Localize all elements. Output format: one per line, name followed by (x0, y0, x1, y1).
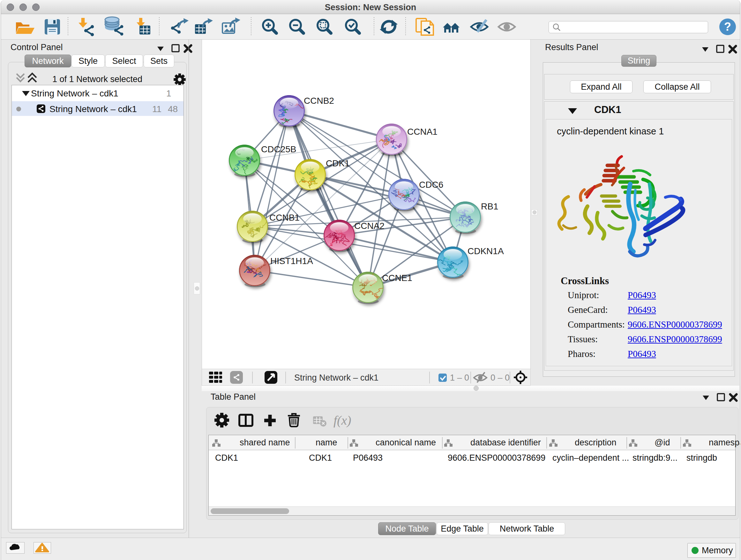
svg-text:HIST1H1A: HIST1H1A (270, 256, 313, 266)
svg-text:?: ? (724, 20, 731, 33)
svg-text:0 – 0: 0 – 0 (490, 373, 510, 382)
svg-text:f(x): f(x) (333, 413, 351, 428)
svg-text:RB1: RB1 (481, 201, 498, 211)
svg-text:CDC6: CDC6 (419, 180, 443, 190)
svg-text:1 – 0: 1 – 0 (450, 373, 469, 382)
svg-text:CCNA1: CCNA1 (407, 127, 437, 137)
svg-text:CCNB2: CCNB2 (304, 96, 334, 106)
svg-text:CCNE1: CCNE1 (382, 273, 412, 283)
svg-text:String Network – cdk1: String Network – cdk1 (294, 373, 379, 382)
svg-text:CDC25B: CDC25B (261, 144, 296, 154)
svg-text:CDKN1A: CDKN1A (468, 246, 504, 256)
svg-text:CDK1: CDK1 (326, 159, 350, 168)
svg-text:CCNA2: CCNA2 (354, 221, 385, 231)
svg-text:CCNB1: CCNB1 (269, 212, 300, 223)
